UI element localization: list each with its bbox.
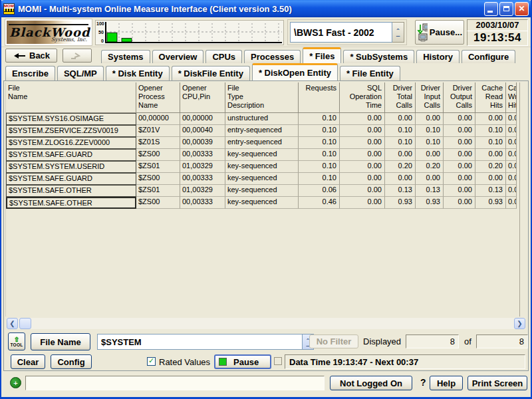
value-cell: key-sequenced bbox=[225, 149, 299, 161]
filter-value-combo[interactable]: $SYSTEM ˆ̲ bbox=[97, 334, 314, 350]
value-cell: 00,00333 bbox=[180, 149, 225, 161]
tab-history[interactable]: History bbox=[416, 50, 460, 63]
file-name-cell[interactable]: $SYSTEM.SAFE.GUARD bbox=[6, 173, 136, 185]
value-cell: 0.93 bbox=[385, 197, 416, 209]
value-cell: 00,00000 bbox=[136, 113, 180, 125]
column-header: CacheReadHits bbox=[475, 82, 506, 113]
tab-configure[interactable]: Configure bbox=[462, 50, 515, 63]
value-cell: 0.10 bbox=[299, 125, 340, 137]
mini-bar-chart: 100 50 0 bbox=[96, 21, 283, 45]
subtab-file-entity[interactable]: * File Entity bbox=[340, 66, 400, 80]
minimize-icon[interactable] bbox=[484, 2, 498, 16]
column-header: CacheWriteHits bbox=[506, 82, 517, 113]
datetime-panel: 2003/10/07 19:13:54 bbox=[467, 19, 528, 46]
question-mark-label: ? bbox=[420, 377, 426, 388]
value-cell: 0.00 bbox=[340, 185, 385, 197]
file-name-cell[interactable]: $SYSTEM.SAFE.OTHER bbox=[6, 197, 136, 209]
clear-button[interactable]: Clear bbox=[11, 354, 45, 369]
value-cell: 0.00 bbox=[475, 149, 506, 161]
data-time-status: Data Time 19:13:47 - Next 00:37 bbox=[285, 354, 525, 369]
table-header-row: FileNameOpenerProcessNameOpenerCPU,PinFi… bbox=[6, 82, 517, 113]
value-cell: 00,00000 bbox=[180, 113, 225, 125]
value-cell: entry-sequenced bbox=[225, 125, 299, 137]
restore-icon[interactable] bbox=[499, 2, 513, 16]
value-cell: 0.93 bbox=[416, 197, 444, 209]
close-icon[interactable]: ✕ bbox=[515, 2, 529, 16]
subtab-sql-mp[interactable]: SQL/MP bbox=[57, 66, 104, 80]
value-cell: 0.10 bbox=[385, 125, 416, 137]
print-screen-button[interactable]: Print Screen bbox=[467, 376, 527, 390]
value-cell: unstructured bbox=[225, 113, 299, 125]
column-header: Requests bbox=[299, 82, 340, 113]
check-icon: ✓ bbox=[148, 357, 154, 364]
window-title: MOMI - Multi-system Online Measure Inter… bbox=[18, 4, 484, 14]
value-cell: 0.46 bbox=[299, 197, 340, 209]
file-name-cell[interactable]: $SYSTEM.SYS16.OSIMAGE bbox=[6, 113, 136, 125]
not-logged-on-button[interactable]: Not Logged On bbox=[330, 376, 412, 390]
value-cell: 00,00039 bbox=[180, 137, 225, 149]
file-name-cell[interactable]: $SYSTEM.ZSERVICE.ZZSV0019 bbox=[6, 125, 136, 137]
value-cell: $Z01S bbox=[136, 137, 180, 149]
scroll-right-icon[interactable]: ❯ bbox=[514, 318, 525, 329]
file-name-cell[interactable]: $SYSTEM.SAFE.OTHER bbox=[6, 185, 136, 197]
displayed-count: 8 bbox=[406, 334, 459, 348]
value-cell: $ZS00 bbox=[136, 173, 180, 185]
pause-collection-button[interactable]: Pause... bbox=[415, 20, 464, 45]
value-cell: 0.00 bbox=[444, 173, 475, 185]
total-count: 8 bbox=[476, 334, 528, 348]
value-cell: 0.00 bbox=[444, 125, 475, 137]
tab-subsystems[interactable]: * SubSystems bbox=[343, 50, 414, 63]
chevron-down-icon[interactable]: ˆ̲ bbox=[392, 22, 404, 43]
subtab-diskopen-entity[interactable]: * DiskOpen Entity bbox=[252, 63, 338, 80]
value-cell: $Z01V bbox=[136, 125, 180, 137]
value-cell: 0.00 bbox=[506, 197, 517, 209]
subtab-disk-entity[interactable]: * Disk Entity bbox=[106, 66, 170, 80]
value-cell: 01,00329 bbox=[180, 185, 225, 197]
value-cell: 0.00 bbox=[340, 137, 385, 149]
value-cell: 0.10 bbox=[416, 137, 444, 149]
tab-overview[interactable]: Overview bbox=[152, 50, 204, 63]
pause-button[interactable]: Pause bbox=[214, 354, 271, 369]
value-cell: 0.00 bbox=[416, 173, 444, 185]
value-cell: 0.00 bbox=[340, 149, 385, 161]
svg-text:100: 100 bbox=[96, 21, 104, 26]
app-icon: MOMI bbox=[3, 3, 15, 15]
system-selector[interactable]: \BWS1 Fast - 2002 bbox=[290, 22, 392, 43]
scrollbar-track[interactable] bbox=[31, 318, 514, 329]
file-name-filter-button[interactable]: File Name bbox=[31, 333, 90, 350]
tool-button[interactable]: ⇧ TOOL bbox=[8, 332, 25, 350]
subtab-enscribe[interactable]: Enscribe bbox=[5, 66, 55, 80]
rated-values-checkbox[interactable]: ✓ bbox=[147, 357, 156, 366]
value-cell: 0.93 bbox=[475, 197, 506, 209]
diskopen-entity-page: FileNameOpenerProcessNameOpenerCPU,PinFi… bbox=[3, 80, 529, 371]
tab-files[interactable]: * Files bbox=[303, 47, 341, 63]
value-cell: 0.00 bbox=[416, 149, 444, 161]
system-selector-panel: \BWS1 Fast - 2002 ˆ̲ bbox=[287, 19, 407, 45]
table-row: $SYSTEM.SYSTEM.USERID$ZS0101,00329key-se… bbox=[6, 161, 517, 173]
file-name-cell[interactable]: $SYSTEM.SAFE.GUARD bbox=[6, 149, 136, 161]
column-header: DriverInputCalls bbox=[416, 82, 444, 113]
value-cell: entry-sequenced bbox=[225, 137, 299, 149]
value-cell: 0.10 bbox=[475, 125, 506, 137]
file-name-cell[interactable]: $SYSTEM.SYSTEM.USERID bbox=[6, 161, 136, 173]
column-header: FileName bbox=[6, 82, 136, 113]
action-bar: Clear Config ✓ Rated Values Pause Data T… bbox=[7, 354, 527, 370]
value-cell: 0.00 bbox=[340, 113, 385, 125]
back-button[interactable]: Back bbox=[5, 49, 57, 63]
tab-processes[interactable]: Processes bbox=[244, 50, 301, 63]
scroll-left-icon[interactable]: ❮ bbox=[7, 318, 18, 329]
subtab-diskfile-entity[interactable]: * DiskFile Entity bbox=[172, 66, 250, 80]
help-button[interactable]: Help bbox=[430, 376, 463, 390]
of-label: of bbox=[464, 336, 471, 346]
app-window: MOMI MOMI - Multi-system Online Measure … bbox=[0, 0, 532, 399]
computers-transfer-icon bbox=[417, 23, 428, 43]
file-name-cell[interactable]: $SYSTEM.ZLOG16.ZZEV0000 bbox=[6, 137, 136, 149]
current-time: 19:13:54 bbox=[467, 31, 528, 46]
cpu-busy-bar bbox=[107, 33, 117, 42]
scrollbar-thumb[interactable] bbox=[19, 318, 31, 329]
value-cell: 0.00 bbox=[444, 137, 475, 149]
tab-cpus[interactable]: CPUs bbox=[205, 50, 242, 63]
data-time-checkbox[interactable] bbox=[274, 357, 282, 365]
config-button[interactable]: Config bbox=[51, 354, 92, 369]
tab-systems[interactable]: Systems bbox=[101, 50, 150, 63]
